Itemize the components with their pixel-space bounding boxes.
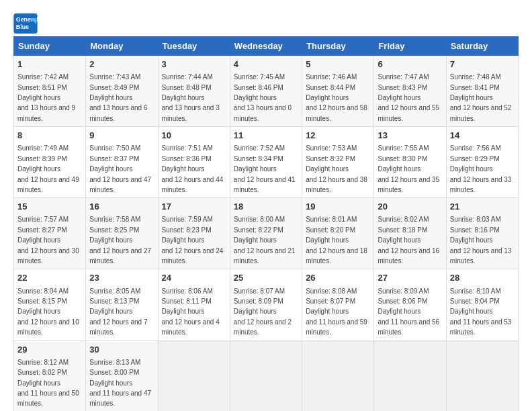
calendar-cell: 27 Sunrise: 8:09 AMSunset: 8:06 PMDaylig… — [374, 269, 446, 340]
day-header-thursday: Thursday — [302, 37, 374, 56]
day-number: 20 — [378, 201, 442, 213]
day-header-saturday: Saturday — [446, 37, 518, 56]
calendar-cell: 4 Sunrise: 7:45 AMSunset: 8:46 PMDayligh… — [230, 56, 302, 127]
day-info: Sunrise: 8:07 AMSunset: 8:09 PMDaylight … — [234, 287, 292, 336]
logo-icon: General Blue — [13, 13, 38, 34]
day-number: 1 — [17, 58, 82, 71]
day-number: 4 — [234, 58, 298, 71]
day-number: 26 — [306, 272, 370, 284]
day-info: Sunrise: 8:13 AMSunset: 8:00 PMDaylight … — [89, 359, 151, 408]
day-number: 8 — [17, 130, 82, 142]
day-number: 25 — [234, 272, 298, 284]
day-info: Sunrise: 8:12 AMSunset: 8:02 PMDaylight … — [17, 359, 79, 408]
calendar-cell: 28 Sunrise: 8:10 AMSunset: 8:04 PMDaylig… — [446, 269, 518, 340]
calendar-cell: 10 Sunrise: 7:51 AMSunset: 8:36 PMDaylig… — [158, 127, 230, 198]
day-info: Sunrise: 8:01 AMSunset: 8:20 PMDaylight … — [306, 216, 367, 265]
day-header-wednesday: Wednesday — [230, 37, 302, 56]
calendar-cell — [230, 340, 302, 411]
day-number: 24 — [162, 272, 226, 284]
day-info: Sunrise: 7:53 AMSunset: 8:32 PMDaylight … — [306, 144, 367, 193]
day-number: 17 — [162, 201, 226, 213]
day-info: Sunrise: 7:43 AMSunset: 8:49 PMDaylight … — [89, 73, 147, 122]
calendar-cell: 21 Sunrise: 8:03 AMSunset: 8:16 PMDaylig… — [446, 198, 518, 269]
day-info: Sunrise: 7:48 AMSunset: 8:41 PMDaylight … — [450, 73, 512, 122]
day-number: 18 — [234, 201, 298, 213]
day-number: 2 — [89, 58, 154, 71]
day-number: 29 — [17, 344, 82, 356]
day-number: 11 — [234, 130, 298, 142]
calendar-cell: 23 Sunrise: 8:05 AMSunset: 8:13 PMDaylig… — [86, 269, 158, 340]
day-info: Sunrise: 8:10 AMSunset: 8:04 PMDaylight … — [450, 287, 512, 336]
header: General Blue — [13, 13, 519, 34]
calendar-cell: 25 Sunrise: 8:07 AMSunset: 8:09 PMDaylig… — [230, 269, 302, 340]
day-number: 6 — [378, 58, 442, 71]
day-info: Sunrise: 7:58 AMSunset: 8:25 PMDaylight … — [89, 216, 151, 265]
day-number: 12 — [306, 130, 370, 142]
calendar-cell: 12 Sunrise: 7:53 AMSunset: 8:32 PMDaylig… — [302, 127, 374, 198]
day-info: Sunrise: 8:00 AMSunset: 8:22 PMDaylight … — [234, 216, 296, 265]
day-number: 13 — [378, 130, 442, 142]
calendar-cell: 11 Sunrise: 7:52 AMSunset: 8:34 PMDaylig… — [230, 127, 302, 198]
day-number: 22 — [17, 272, 82, 284]
day-info: Sunrise: 8:05 AMSunset: 8:13 PMDaylight … — [89, 287, 147, 336]
day-number: 21 — [450, 201, 515, 213]
day-number: 14 — [450, 130, 515, 142]
calendar-cell: 2 Sunrise: 7:43 AMSunset: 8:49 PMDayligh… — [86, 56, 158, 127]
day-info: Sunrise: 7:46 AMSunset: 8:44 PMDaylight … — [306, 73, 367, 122]
day-info: Sunrise: 7:49 AMSunset: 8:39 PMDaylight … — [17, 144, 79, 193]
logo: General Blue — [13, 13, 40, 34]
day-number: 27 — [378, 272, 442, 284]
day-number: 28 — [450, 272, 515, 284]
day-info: Sunrise: 7:44 AMSunset: 8:48 PMDaylight … — [162, 73, 220, 122]
day-number: 15 — [17, 201, 82, 213]
calendar-cell: 24 Sunrise: 8:06 AMSunset: 8:11 PMDaylig… — [158, 269, 230, 340]
day-header-monday: Monday — [86, 37, 158, 56]
day-info: Sunrise: 8:04 AMSunset: 8:15 PMDaylight … — [17, 287, 79, 336]
day-number: 7 — [450, 58, 515, 71]
calendar-cell — [302, 340, 374, 411]
day-info: Sunrise: 7:55 AMSunset: 8:30 PMDaylight … — [378, 144, 439, 193]
calendar-cell: 30 Sunrise: 8:13 AMSunset: 8:00 PMDaylig… — [86, 340, 158, 411]
calendar-cell: 6 Sunrise: 7:47 AMSunset: 8:43 PMDayligh… — [374, 56, 446, 127]
calendar-cell: 29 Sunrise: 8:12 AMSunset: 8:02 PMDaylig… — [14, 340, 86, 411]
week-row-2: 8 Sunrise: 7:49 AMSunset: 8:39 PMDayligh… — [14, 127, 519, 198]
day-info: Sunrise: 8:03 AMSunset: 8:16 PMDaylight … — [450, 216, 512, 265]
day-info: Sunrise: 7:50 AMSunset: 8:37 PMDaylight … — [89, 144, 151, 193]
day-info: Sunrise: 7:42 AMSunset: 8:51 PMDaylight … — [17, 73, 75, 122]
day-number: 19 — [306, 201, 370, 213]
day-info: Sunrise: 7:52 AMSunset: 8:34 PMDaylight … — [234, 144, 296, 193]
calendar-cell: 17 Sunrise: 7:59 AMSunset: 8:23 PMDaylig… — [158, 198, 230, 269]
day-info: Sunrise: 8:09 AMSunset: 8:06 PMDaylight … — [378, 287, 439, 336]
day-number: 30 — [89, 344, 154, 356]
day-info: Sunrise: 8:08 AMSunset: 8:07 PMDaylight … — [306, 287, 367, 336]
calendar-cell: 3 Sunrise: 7:44 AMSunset: 8:48 PMDayligh… — [158, 56, 230, 127]
calendar-cell — [158, 340, 230, 411]
day-info: Sunrise: 7:57 AMSunset: 8:27 PMDaylight … — [17, 216, 79, 265]
day-info: Sunrise: 7:47 AMSunset: 8:43 PMDaylight … — [378, 73, 439, 122]
day-number: 9 — [89, 130, 154, 142]
day-number: 23 — [89, 272, 154, 284]
day-number: 3 — [162, 58, 226, 71]
day-info: Sunrise: 8:06 AMSunset: 8:11 PMDaylight … — [162, 287, 220, 336]
week-row-5: 29 Sunrise: 8:12 AMSunset: 8:02 PMDaylig… — [14, 340, 519, 411]
calendar-cell: 13 Sunrise: 7:55 AMSunset: 8:30 PMDaylig… — [374, 127, 446, 198]
calendar-cell: 16 Sunrise: 7:58 AMSunset: 8:25 PMDaylig… — [86, 198, 158, 269]
day-number: 16 — [89, 201, 154, 213]
week-row-4: 22 Sunrise: 8:04 AMSunset: 8:15 PMDaylig… — [14, 269, 519, 340]
calendar-cell — [374, 340, 446, 411]
day-info: Sunrise: 8:02 AMSunset: 8:18 PMDaylight … — [378, 216, 439, 265]
calendar-cell: 14 Sunrise: 7:56 AMSunset: 8:29 PMDaylig… — [446, 127, 518, 198]
day-number: 5 — [306, 58, 370, 71]
header-row: SundayMondayTuesdayWednesdayThursdayFrid… — [14, 37, 519, 56]
calendar-cell: 20 Sunrise: 8:02 AMSunset: 8:18 PMDaylig… — [374, 198, 446, 269]
day-header-friday: Friday — [374, 37, 446, 56]
day-header-sunday: Sunday — [14, 37, 86, 56]
day-header-tuesday: Tuesday — [158, 37, 230, 56]
day-number: 10 — [162, 130, 226, 142]
calendar-cell: 7 Sunrise: 7:48 AMSunset: 8:41 PMDayligh… — [446, 56, 518, 127]
calendar-cell: 15 Sunrise: 7:57 AMSunset: 8:27 PMDaylig… — [14, 198, 86, 269]
calendar-cell: 9 Sunrise: 7:50 AMSunset: 8:37 PMDayligh… — [86, 127, 158, 198]
calendar-cell: 22 Sunrise: 8:04 AMSunset: 8:15 PMDaylig… — [14, 269, 86, 340]
week-row-1: 1 Sunrise: 7:42 AMSunset: 8:51 PMDayligh… — [14, 56, 519, 127]
day-info: Sunrise: 7:51 AMSunset: 8:36 PMDaylight … — [162, 144, 224, 193]
